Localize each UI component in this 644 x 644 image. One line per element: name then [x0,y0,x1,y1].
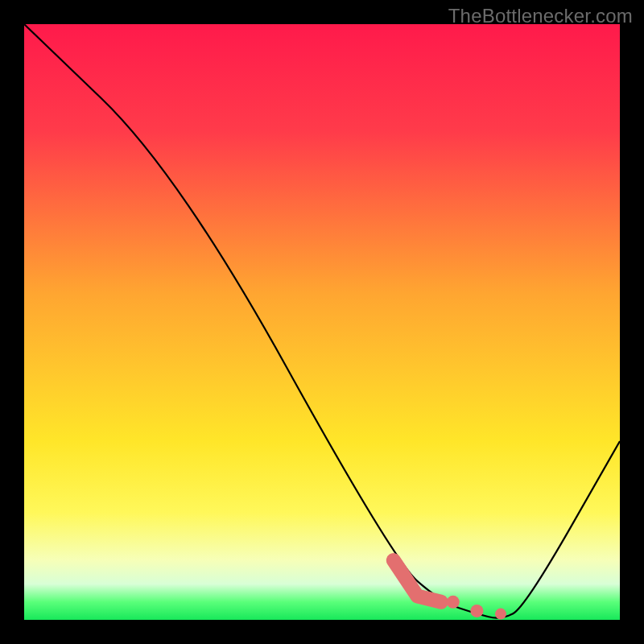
bottleneck-chart [24,24,620,620]
svg-point-0 [447,596,460,609]
chart-container: TheBottlenecker.com [0,0,644,644]
svg-point-1 [470,605,483,617]
svg-point-2 [495,609,506,620]
gradient-background [24,24,620,620]
watermark-text: TheBottlenecker.com [448,5,633,27]
